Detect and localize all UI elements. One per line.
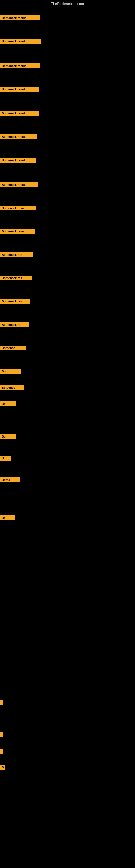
site-title: TheBottlenecker.com	[0, 0, 135, 7]
bottleneck-badge-10: Bottleneck res	[0, 252, 34, 257]
vertical-line-2	[1, 721, 1, 730]
bottleneck-badge-1: Bottleneck result	[0, 39, 41, 44]
bottleneck-badge-8: Bottleneck resu	[0, 206, 36, 211]
bottleneck-badge-7: Bottleneck result	[0, 182, 38, 187]
bottleneck-badge-23: |	[0, 733, 3, 737]
bottleneck-badge-21: Bo	[0, 516, 15, 520]
bottleneck-badge-18: Bo	[0, 434, 16, 439]
bottleneck-badge-20: Bottle	[0, 477, 20, 482]
bottleneck-badge-17: Bo	[0, 401, 16, 406]
bottleneck-badge-14: Bottlenec	[0, 346, 26, 350]
bottleneck-badge-2: Bottleneck result	[0, 63, 40, 68]
bottleneck-badge-22: |	[0, 700, 3, 705]
bottleneck-badge-0: Bottleneck result	[0, 16, 41, 20]
bottleneck-badge-15: Bott	[0, 369, 21, 374]
bottleneck-badge-12: Bottleneck res	[0, 299, 30, 304]
bottleneck-badge-16: Bottlenec	[0, 385, 24, 390]
bottleneck-badge-11: Bottleneck res	[0, 276, 32, 280]
bottleneck-badge-4: Bottleneck result	[0, 111, 39, 116]
bottleneck-badge-25: B	[0, 765, 5, 770]
bottleneck-badge-9: Bottleneck resu	[0, 229, 35, 234]
vertical-line-1	[1, 711, 1, 719]
bottleneck-badge-19: B	[0, 456, 11, 461]
bottleneck-badge-13: Bottleneck re	[0, 322, 29, 327]
bottleneck-badge-3: Bottleneck result	[0, 87, 39, 92]
vertical-line-0	[1, 678, 1, 689]
bottleneck-badge-24: |	[0, 749, 3, 753]
bottleneck-badge-5: Bottleneck result	[0, 134, 37, 139]
bottleneck-badge-6: Bottleneck result	[0, 158, 37, 163]
